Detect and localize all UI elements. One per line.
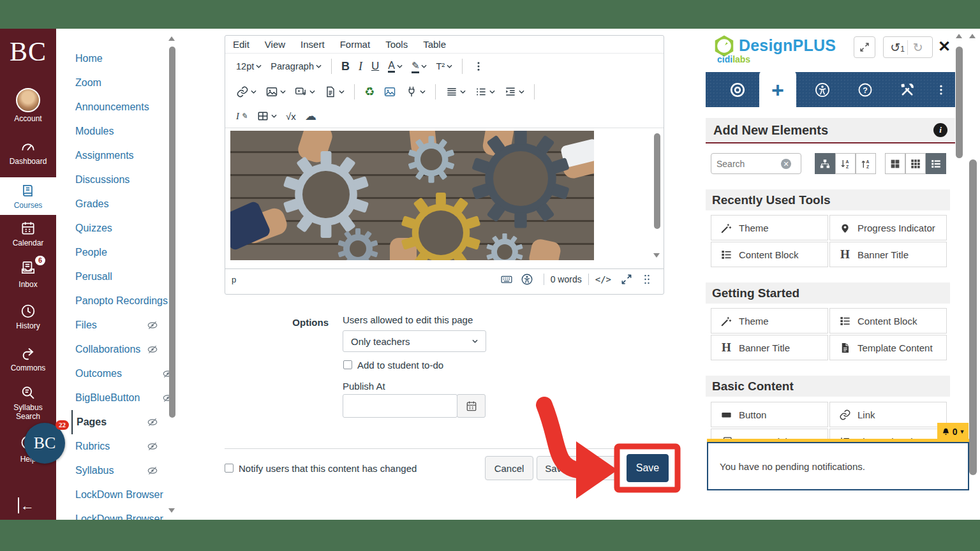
equation-button[interactable]: √x	[283, 109, 299, 124]
course-nav-collaborations[interactable]: Collaborations	[56, 337, 165, 362]
tab-more[interactable]	[930, 72, 952, 107]
list-button[interactable]	[471, 84, 498, 100]
sidebar-item-dashboard[interactable]: Dashboard	[0, 138, 56, 166]
scroll-down-arrow[interactable]	[168, 508, 175, 513]
sidebar-item-history[interactable]: History	[0, 303, 56, 330]
gears-teamwork-image[interactable]	[230, 131, 594, 260]
toolbar-overflow-icon[interactable]	[473, 61, 484, 72]
panopto-app-icon[interactable]	[380, 84, 399, 100]
course-nav-assignments[interactable]: Assignments	[56, 143, 165, 168]
tool-card-link[interactable]: Link	[829, 402, 947, 427]
tool-card-content-block[interactable]: Content Block	[711, 242, 828, 267]
course-nav-announcements[interactable]: Announcements	[56, 95, 165, 119]
menu-tools[interactable]: Tools	[385, 39, 408, 50]
course-nav-bigbluebutton[interactable]: BigBlueButton	[56, 386, 165, 410]
course-nav-perusall[interactable]: Perusall	[56, 265, 165, 289]
italic-button[interactable]: I	[355, 58, 366, 75]
fullscreen-icon[interactable]	[620, 273, 633, 286]
course-nav-pages[interactable]: Pages	[71, 410, 165, 434]
tab-accessibility[interactable]	[805, 72, 840, 107]
tool-search-box[interactable]: ✕	[711, 153, 801, 174]
institution-logo[interactable]: BC	[0, 36, 56, 67]
keyboard-shortcuts-icon[interactable]	[500, 273, 513, 286]
bold-button[interactable]: B	[338, 58, 353, 75]
font-size-select[interactable]: 12pt	[233, 59, 265, 73]
word-count[interactable]: 0 words	[551, 274, 582, 284]
editor-scrollbar-thumb[interactable]	[654, 133, 660, 229]
info-icon[interactable]: i	[933, 123, 947, 137]
table-button[interactable]	[253, 108, 280, 124]
tool-card-template-content[interactable]: Template Content	[829, 335, 947, 360]
cloud-upload-icon[interactable]: ☁	[302, 107, 320, 125]
sidebar-item-calendar[interactable]: Calendar	[0, 220, 56, 247]
course-nav-zoom[interactable]: Zoom	[56, 71, 165, 95]
edit-roles-select[interactable]: Only teachers	[343, 330, 486, 352]
save-button[interactable]: Save	[627, 454, 669, 482]
sidebar-item-account[interactable]: Account	[0, 88, 56, 123]
sort-az-asc-toggle[interactable]	[856, 153, 876, 174]
course-nav-scrollbar-thumb[interactable]	[169, 47, 175, 418]
html-editor-toggle[interactable]: </>	[595, 274, 611, 284]
save-and-publish-button[interactable]: Save & Publish	[537, 456, 618, 480]
todo-checkbox[interactable]	[343, 360, 352, 369]
indent-button[interactable]	[501, 84, 528, 100]
tab-tools[interactable]	[889, 72, 925, 107]
menu-insert[interactable]: Insert	[301, 39, 325, 50]
editor-content-area[interactable]	[225, 128, 664, 268]
page-scroll-up-arrow[interactable]	[969, 34, 976, 38]
menu-format[interactable]: Format	[340, 39, 371, 50]
tool-card-banner-title[interactable]: HBanner Title	[829, 242, 947, 267]
align-button[interactable]	[442, 84, 469, 100]
tool-card-theme[interactable]: Theme	[711, 215, 828, 240]
notify-checkbox[interactable]	[225, 464, 234, 473]
sidebar-item-commons[interactable]: Commons	[0, 345, 56, 372]
accessibility-checker-icon[interactable]	[521, 273, 533, 286]
editor-scroll-down-arrow[interactable]	[653, 253, 660, 258]
element-path[interactable]: p	[232, 275, 236, 284]
course-nav-files[interactable]: Files	[56, 313, 165, 337]
resize-handle-icon[interactable]	[641, 273, 653, 286]
tab-add-elements[interactable]: +	[759, 70, 796, 110]
perusall-app-icon[interactable]: ♻	[361, 83, 378, 101]
clear-search-icon[interactable]: ✕	[781, 159, 791, 169]
course-nav-discussions[interactable]: Discussions	[56, 168, 165, 192]
tool-card-theme-2[interactable]: Theme	[711, 308, 828, 334]
scroll-up-arrow[interactable]	[168, 36, 175, 41]
course-nav-syllabus[interactable]: Syllabus	[56, 459, 165, 483]
insert-image-button[interactable]	[262, 84, 289, 100]
course-nav-lockdown-browser[interactable]: LockDown Browser	[56, 483, 165, 507]
close-panel-icon[interactable]: ✕	[938, 38, 951, 55]
collapse-nav-button[interactable]: ←	[18, 497, 34, 514]
panel-expand-button[interactable]	[854, 36, 875, 58]
page-scrollbar-thumb[interactable]	[969, 159, 977, 475]
tool-card-progress-indicator[interactable]: Progress Indicator	[829, 215, 947, 240]
sidebar-item-courses[interactable]: Courses	[0, 177, 56, 215]
superscript-button[interactable]: T²	[433, 59, 456, 73]
link-button[interactable]	[233, 84, 260, 100]
panel-scroll-up-arrow[interactable]	[956, 34, 962, 38]
highlight-color-button[interactable]: ✎	[408, 58, 431, 75]
course-nav-quizzes[interactable]: Quizzes	[56, 216, 165, 240]
tool-card-content-block-2[interactable]: Content Block	[829, 308, 947, 334]
view-category-toggle[interactable]	[815, 153, 835, 174]
view-grid-small-toggle[interactable]	[905, 153, 926, 174]
tool-card-banner-title-2[interactable]: HBanner Title	[711, 335, 828, 360]
text-color-button[interactable]: A	[385, 58, 406, 75]
sort-az-desc-toggle[interactable]	[835, 153, 856, 174]
notifications-toggle[interactable]: 0 ▼	[937, 423, 969, 441]
apps-button[interactable]	[402, 84, 429, 100]
menu-edit[interactable]: Edit	[233, 39, 249, 50]
course-nav-outcomes[interactable]: Outcomes	[56, 362, 165, 386]
course-nav-home[interactable]: Home	[56, 47, 165, 71]
icon-maker-button[interactable]: I✎	[233, 109, 251, 124]
tab-target-tools[interactable]	[720, 72, 755, 107]
tab-help[interactable]	[847, 72, 883, 107]
view-list-toggle[interactable]	[926, 153, 946, 174]
tool-card-button[interactable]: Button	[711, 402, 828, 427]
sidebar-item-inbox[interactable]: 6 Inbox	[0, 260, 56, 289]
menu-view[interactable]: View	[265, 39, 285, 50]
insert-document-button[interactable]	[321, 84, 348, 100]
redo-button[interactable]: ↻	[908, 40, 928, 55]
date-picker-button[interactable]	[457, 394, 486, 418]
publish-at-input[interactable]	[343, 394, 457, 418]
